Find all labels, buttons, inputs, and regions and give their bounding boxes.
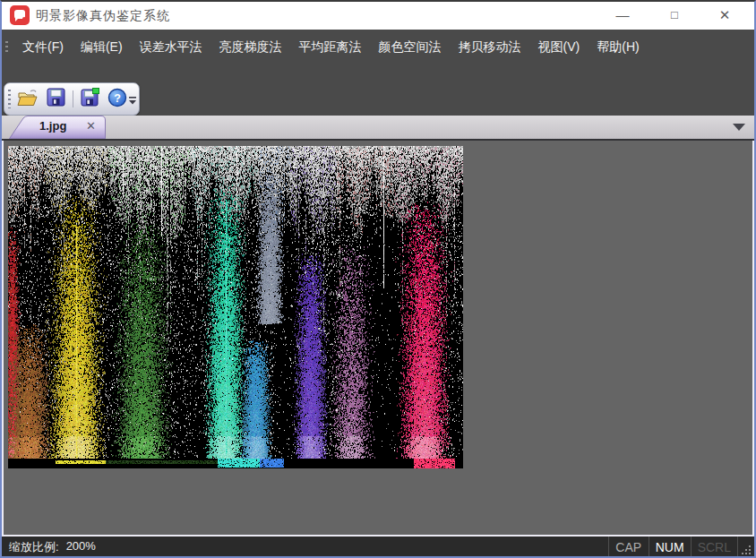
maximize-button[interactable]: □ — [652, 2, 697, 30]
help-button[interactable]: ? — [105, 87, 129, 111]
app-window: 明景影像真伪鉴定系统 — □ ✕ 文件(F) 编辑(E) 误差水平法 亮度梯度法… — [0, 0, 756, 558]
zoom-value: 200% — [66, 539, 96, 555]
tab-1jpg[interactable]: 1.jpg ✕ — [9, 116, 109, 139]
help-icon: ? — [107, 88, 127, 111]
window-title: 明景影像真伪鉴定系统 — [36, 2, 170, 30]
indicator-caps-lock: CAP — [608, 537, 649, 558]
zoom-ratio: 缩放比例: 200% — [9, 539, 96, 555]
menu-toolbar-band: 文件(F) 编辑(E) 误差水平法 亮度梯度法 平均距离法 颜色空间法 拷贝移动… — [2, 30, 754, 116]
document-area — [2, 141, 754, 537]
menu-item-error-level[interactable]: 误差水平法 — [133, 37, 210, 58]
tab-bar: 1.jpg ✕ — [2, 116, 754, 139]
menu-item-luminance-gradient[interactable]: 亮度梯度法 — [212, 37, 289, 58]
tab-label: 1.jpg — [39, 119, 66, 133]
indicator-scroll-lock: SCRL — [691, 537, 738, 558]
toolbar-separator — [73, 90, 73, 107]
resize-grip[interactable] — [738, 537, 754, 558]
chevron-down-icon — [127, 95, 138, 110]
save-floppy-icon — [47, 88, 65, 110]
menu-item-view[interactable]: 视图(V) — [531, 37, 588, 58]
chat-bubble-icon — [14, 10, 25, 19]
save-button[interactable] — [44, 87, 68, 111]
menu-item-help[interactable]: 帮助(H) — [589, 37, 646, 58]
document-image — [8, 146, 463, 468]
tab-close-icon[interactable]: ✕ — [86, 119, 96, 133]
menu-item-average-distance[interactable]: 平均距离法 — [292, 37, 369, 58]
save-as-floppy-icon — [81, 88, 99, 110]
zoom-label: 缩放比例: — [9, 539, 59, 555]
menu-bar: 文件(F) 编辑(E) 误差水平法 亮度梯度法 平均距离法 颜色空间法 拷贝移动… — [2, 37, 649, 58]
open-file-button[interactable] — [15, 87, 39, 111]
toolbar-overflow-button[interactable] — [127, 95, 138, 107]
minimize-button[interactable]: — — [600, 2, 645, 30]
toolbar-drag-handle[interactable] — [8, 90, 11, 108]
menu-item-color-space[interactable]: 颜色空间法 — [372, 37, 449, 58]
close-button[interactable]: ✕ — [702, 2, 747, 30]
menu-item-file[interactable]: 文件(F) — [15, 37, 71, 58]
menu-item-copy-move[interactable]: 拷贝移动法 — [451, 37, 528, 58]
app-icon — [10, 5, 30, 25]
indicator-num-lock: NUM — [649, 537, 691, 558]
svg-text:?: ? — [114, 91, 121, 104]
menu-drag-handle[interactable] — [5, 41, 8, 54]
toolbar: ? — [4, 82, 140, 116]
open-folder-icon — [17, 88, 39, 111]
title-bar[interactable]: 明景影像真伪鉴定系统 — □ ✕ — [2, 2, 754, 30]
menu-item-edit[interactable]: 编辑(E) — [73, 37, 130, 58]
save-as-button[interactable] — [78, 87, 102, 111]
tab-list-dropdown-icon[interactable] — [733, 124, 745, 131]
status-bar: 缩放比例: 200% CAP NUM SCRL — [2, 537, 754, 558]
